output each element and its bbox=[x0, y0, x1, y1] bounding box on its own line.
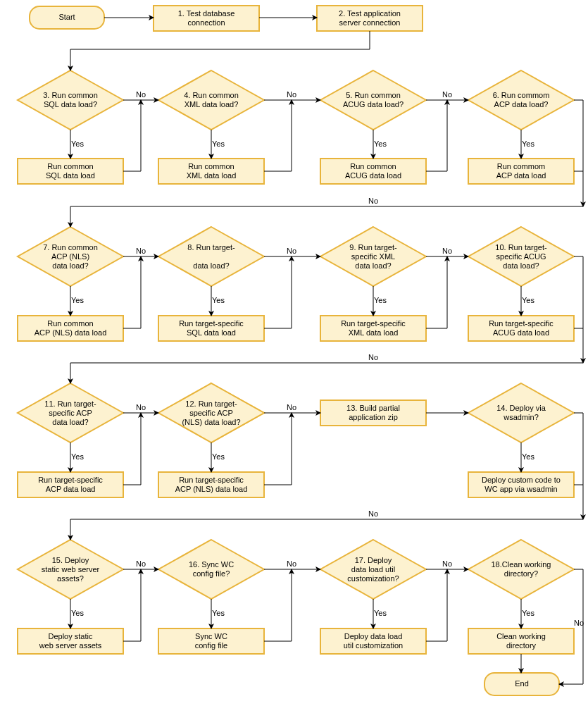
step-16-decision: 16. Sync WCconfig file? bbox=[158, 540, 264, 599]
start-node: Start bbox=[30, 6, 104, 29]
svg-text:No: No bbox=[574, 619, 584, 627]
step-18-decision: 18.Clean workingdirectory? bbox=[468, 540, 574, 599]
svg-text:4. Run common: 4. Run common bbox=[184, 91, 239, 99]
svg-text:ACUG data load?: ACUG data load? bbox=[343, 100, 404, 109]
step-4-decision: 4. Run commonXML data load? bbox=[158, 70, 264, 130]
svg-text:SQL data load?: SQL data load? bbox=[44, 100, 97, 109]
step-14-action: Deploy custom code toWC app via wsadmin bbox=[468, 472, 574, 497]
step-6-decision: 6. Run commomACP data load? bbox=[468, 70, 574, 130]
svg-text:2. Test application: 2. Test application bbox=[339, 9, 401, 18]
step-8-action: Run target-specificSQL data load bbox=[158, 316, 264, 341]
step-8-decision: 8. Run target-data load? bbox=[158, 227, 264, 286]
svg-text:config file?: config file? bbox=[193, 569, 230, 578]
svg-text:wsadmin?: wsadmin? bbox=[503, 413, 539, 421]
svg-text:SQL data load: SQL data load bbox=[187, 328, 236, 337]
step-4-action: Run commonXML data load bbox=[158, 159, 264, 184]
svg-text:Run commom: Run commom bbox=[497, 162, 545, 171]
svg-text:14. Deploy via: 14. Deploy via bbox=[496, 404, 546, 412]
step-10-action: Run target-specificACUG data load bbox=[468, 316, 574, 341]
svg-text:specific XML: specific XML bbox=[351, 252, 395, 261]
svg-text:8. Run target-: 8. Run target- bbox=[187, 243, 235, 252]
step-12-decision: 12. Run target-specific ACP(NLS) data lo… bbox=[158, 383, 264, 442]
step-12-action: Run target-specificACP (NLS) data load bbox=[158, 472, 264, 497]
svg-text:18.Clean working: 18.Clean working bbox=[492, 560, 551, 569]
svg-text:data load?: data load? bbox=[52, 418, 88, 426]
svg-text:No: No bbox=[287, 90, 296, 99]
svg-text:15. Deploy: 15. Deploy bbox=[52, 556, 89, 564]
svg-text:3. Run common: 3. Run common bbox=[43, 91, 98, 99]
svg-text:No: No bbox=[368, 509, 378, 518]
step-2-test-appserver: 2. Test applicationserver connection bbox=[317, 6, 423, 31]
end-node: End bbox=[484, 673, 559, 695]
svg-text:ACUG data load: ACUG data load bbox=[493, 328, 549, 337]
svg-text:Run common: Run common bbox=[188, 162, 234, 171]
svg-text:No: No bbox=[287, 559, 296, 568]
svg-text:No: No bbox=[442, 559, 452, 568]
svg-text:Run target-specific: Run target-specific bbox=[38, 476, 103, 484]
svg-text:web server assets: web server assets bbox=[39, 641, 102, 650]
svg-text:Deploy data load: Deploy data load bbox=[344, 632, 403, 640]
svg-text:SQL data load: SQL data load bbox=[46, 171, 95, 180]
svg-text:7. Run common: 7. Run common bbox=[43, 243, 98, 252]
step-3-decision: 3. Run commonSQL data load? bbox=[18, 70, 123, 130]
svg-text:No: No bbox=[287, 403, 296, 411]
svg-text:No: No bbox=[136, 403, 146, 411]
svg-text:Yes: Yes bbox=[212, 609, 225, 617]
svg-text:directory?: directory? bbox=[504, 569, 538, 578]
step-7-action: Run commonACP (NLS) data load bbox=[18, 316, 123, 341]
svg-text:End: End bbox=[515, 679, 529, 688]
step-16-action: Sync WCconfig file bbox=[158, 628, 264, 654]
svg-text:Yes: Yes bbox=[212, 140, 225, 148]
step-14-decision: 14. Deploy viawsadmin? bbox=[468, 383, 574, 442]
svg-text:Yes: Yes bbox=[374, 140, 387, 148]
svg-text:Yes: Yes bbox=[212, 296, 225, 304]
step-6-action: Run commomACP data load bbox=[468, 159, 574, 184]
svg-text:13. Build partial: 13. Build partial bbox=[346, 404, 400, 412]
svg-text:data load?: data load? bbox=[355, 261, 391, 270]
svg-text:XML data load: XML data load bbox=[187, 171, 237, 180]
step-9-action: Run target-specificXML data load bbox=[320, 316, 426, 341]
svg-text:ACP data load: ACP data load bbox=[496, 171, 546, 180]
svg-text:Start: Start bbox=[58, 13, 75, 21]
svg-text:Yes: Yes bbox=[71, 452, 84, 461]
step-3-action: Run commonSQL data load bbox=[18, 159, 123, 184]
svg-text:customization?: customization? bbox=[347, 574, 399, 583]
svg-text:16. Sync WC: 16. Sync WC bbox=[189, 560, 234, 569]
svg-text:Yes: Yes bbox=[212, 452, 225, 461]
step-5-decision: 5. Run commonACUG data load? bbox=[320, 70, 426, 130]
svg-text:Sync WC: Sync WC bbox=[195, 632, 227, 640]
svg-text:Run target-specific: Run target-specific bbox=[179, 319, 244, 328]
svg-text:specific ACUG: specific ACUG bbox=[496, 252, 546, 261]
svg-text:static web server: static web server bbox=[42, 565, 100, 574]
svg-text:Yes: Yes bbox=[522, 609, 534, 617]
svg-text:data load?: data load? bbox=[52, 261, 88, 270]
svg-text:Yes: Yes bbox=[522, 452, 534, 461]
svg-text:specific ACP: specific ACP bbox=[189, 409, 233, 417]
svg-text:server connection: server connection bbox=[339, 18, 401, 27]
svg-text:ACP (NLS) data load: ACP (NLS) data load bbox=[175, 485, 248, 493]
step-11-decision: 11. Run target-specific ACPdata load? bbox=[18, 383, 123, 442]
svg-text:No: No bbox=[368, 197, 378, 205]
svg-text:Run target-specific: Run target-specific bbox=[489, 319, 553, 328]
svg-text:(NLS) data load?: (NLS) data load? bbox=[182, 418, 240, 426]
svg-text:Deploy custom code to: Deploy custom code to bbox=[482, 476, 561, 484]
svg-text:No: No bbox=[287, 247, 296, 255]
svg-text:No: No bbox=[136, 559, 146, 568]
svg-text:17. Deploy: 17. Deploy bbox=[355, 556, 392, 564]
svg-text:6. Run commom: 6. Run commom bbox=[493, 91, 550, 99]
svg-text:ACP (NLS): ACP (NLS) bbox=[51, 252, 89, 261]
step-15-decision: 15. Deploystatic web serverassets? bbox=[18, 540, 123, 599]
svg-text:directory: directory bbox=[506, 641, 537, 650]
svg-text:specific ACP: specific ACP bbox=[49, 409, 92, 417]
step-10-decision: 10. Run target-specific ACUGdata load? bbox=[468, 227, 574, 286]
svg-text:Clean working: Clean working bbox=[496, 632, 546, 640]
step-13-build-zip: 13. Build partialapplication zip bbox=[320, 400, 426, 426]
svg-text:5. Run common: 5. Run common bbox=[346, 91, 401, 99]
svg-text:11. Run target-: 11. Run target- bbox=[44, 400, 96, 408]
svg-text:Yes: Yes bbox=[71, 296, 84, 304]
svg-text:XML data load?: XML data load? bbox=[184, 100, 239, 109]
svg-text:No: No bbox=[136, 90, 146, 99]
svg-text:ACP data load: ACP data load bbox=[46, 485, 96, 493]
svg-marker-41 bbox=[158, 227, 264, 286]
svg-text:WC app via wsadmin: WC app via wsadmin bbox=[484, 485, 557, 493]
